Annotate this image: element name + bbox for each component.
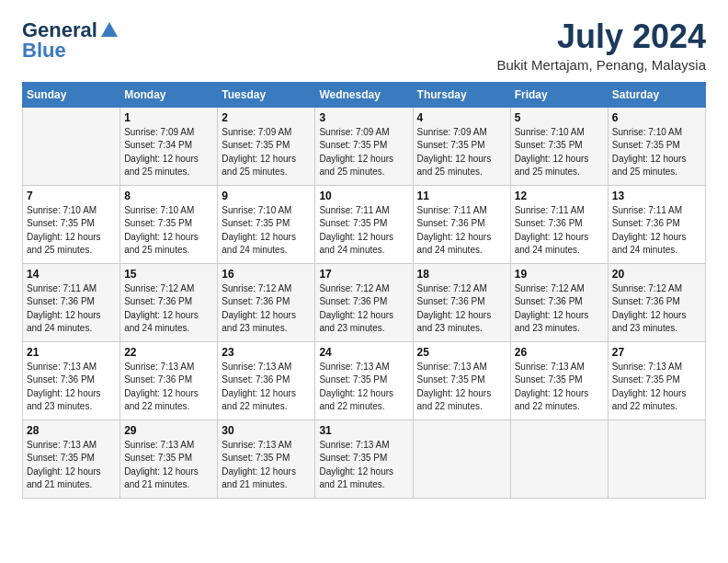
col-thursday: Thursday	[413, 82, 510, 107]
calendar-cell: 9 Sunrise: 7:10 AM Sunset: 7:35 PM Dayli…	[218, 185, 315, 263]
day-number: 8	[124, 190, 213, 202]
day-number: 28	[27, 424, 116, 437]
sunrise-text: Sunrise: 7:13 AM	[417, 362, 487, 372]
sunset-text: Sunset: 7:35 PM	[612, 374, 680, 385]
header-row: Sunday Monday Tuesday Wednesday Thursday…	[23, 82, 706, 107]
calendar-cell: 29 Sunrise: 7:13 AM Sunset: 7:35 PM Dayl…	[120, 419, 218, 498]
logo: General Blue	[22, 18, 119, 63]
cell-info: Sunrise: 7:10 AM Sunset: 7:35 PM Dayligh…	[612, 126, 701, 179]
calendar-week-row: 21 Sunrise: 7:13 AM Sunset: 7:36 PM Dayl…	[23, 341, 706, 419]
sunset-text: Sunset: 7:36 PM	[222, 374, 290, 385]
sunset-text: Sunset: 7:36 PM	[124, 296, 192, 306]
calendar-cell: 28 Sunrise: 7:13 AM Sunset: 7:35 PM Dayl…	[23, 419, 120, 498]
day-number: 19	[515, 268, 604, 281]
sunrise-text: Sunrise: 7:13 AM	[515, 362, 585, 372]
calendar-cell: 17 Sunrise: 7:12 AM Sunset: 7:36 PM Dayl…	[315, 263, 413, 341]
daylight-text: Daylight: 12 hours and 21 minutes.	[222, 466, 296, 490]
day-number: 10	[319, 190, 408, 202]
daylight-text: Daylight: 12 hours and 24 minutes.	[222, 232, 296, 256]
sunrise-text: Sunrise: 7:12 AM	[124, 283, 194, 293]
cell-info: Sunrise: 7:12 AM Sunset: 7:36 PM Dayligh…	[124, 282, 213, 336]
day-number: 2	[222, 111, 311, 124]
day-number: 4	[417, 111, 506, 124]
col-sunday: Sunday	[23, 82, 120, 107]
cell-info: Sunrise: 7:10 AM Sunset: 7:35 PM Dayligh…	[124, 204, 213, 258]
cell-info: Sunrise: 7:11 AM Sunset: 7:36 PM Dayligh…	[417, 204, 506, 258]
calendar-cell: 26 Sunrise: 7:13 AM Sunset: 7:35 PM Dayl…	[510, 341, 608, 419]
calendar-cell: 5 Sunrise: 7:10 AM Sunset: 7:35 PM Dayli…	[510, 107, 608, 185]
cell-info: Sunrise: 7:13 AM Sunset: 7:35 PM Dayligh…	[222, 439, 311, 492]
location-subtitle: Bukit Mertajam, Penang, Malaysia	[496, 57, 706, 73]
daylight-text: Daylight: 12 hours and 24 minutes.	[27, 310, 101, 334]
cell-info: Sunrise: 7:09 AM Sunset: 7:35 PM Dayligh…	[417, 126, 506, 179]
calendar-cell: 23 Sunrise: 7:13 AM Sunset: 7:36 PM Dayl…	[218, 341, 315, 419]
sunrise-text: Sunrise: 7:12 AM	[319, 283, 389, 293]
sunset-text: Sunset: 7:36 PM	[27, 374, 95, 385]
sunrise-text: Sunrise: 7:12 AM	[222, 283, 291, 293]
calendar-cell	[608, 419, 705, 498]
sunset-text: Sunset: 7:35 PM	[27, 218, 95, 228]
sunset-text: Sunset: 7:35 PM	[222, 218, 290, 228]
daylight-text: Daylight: 12 hours and 23 minutes.	[222, 310, 296, 334]
cell-info: Sunrise: 7:12 AM Sunset: 7:36 PM Dayligh…	[515, 282, 604, 336]
daylight-text: Daylight: 12 hours and 22 minutes.	[515, 388, 589, 412]
calendar-cell: 13 Sunrise: 7:11 AM Sunset: 7:36 PM Dayl…	[608, 185, 705, 263]
day-number: 6	[612, 111, 701, 124]
sunset-text: Sunset: 7:35 PM	[612, 140, 680, 150]
calendar-cell: 4 Sunrise: 7:09 AM Sunset: 7:35 PM Dayli…	[413, 107, 510, 185]
calendar-cell: 10 Sunrise: 7:11 AM Sunset: 7:35 PM Dayl…	[315, 185, 413, 263]
daylight-text: Daylight: 12 hours and 23 minutes.	[319, 310, 393, 334]
sunset-text: Sunset: 7:36 PM	[515, 218, 583, 228]
sunset-text: Sunset: 7:36 PM	[612, 218, 680, 228]
day-number: 3	[319, 111, 408, 124]
sunset-text: Sunset: 7:36 PM	[124, 374, 192, 385]
calendar-cell: 19 Sunrise: 7:12 AM Sunset: 7:36 PM Dayl…	[510, 263, 608, 341]
daylight-text: Daylight: 12 hours and 25 minutes.	[417, 154, 492, 178]
sunset-text: Sunset: 7:35 PM	[222, 453, 290, 463]
calendar-cell: 16 Sunrise: 7:12 AM Sunset: 7:36 PM Dayl…	[218, 263, 315, 341]
sunrise-text: Sunrise: 7:12 AM	[515, 283, 585, 293]
cell-info: Sunrise: 7:11 AM Sunset: 7:36 PM Dayligh…	[27, 282, 116, 336]
sunset-text: Sunset: 7:35 PM	[124, 453, 192, 463]
calendar-cell: 7 Sunrise: 7:10 AM Sunset: 7:35 PM Dayli…	[23, 185, 120, 263]
sunset-text: Sunset: 7:36 PM	[27, 296, 95, 306]
day-number: 24	[319, 346, 408, 359]
sunset-text: Sunset: 7:36 PM	[612, 296, 680, 306]
day-number: 30	[222, 424, 311, 437]
calendar-cell	[23, 107, 120, 185]
sunrise-text: Sunrise: 7:11 AM	[27, 283, 97, 293]
calendar-cell: 27 Sunrise: 7:13 AM Sunset: 7:35 PM Dayl…	[608, 341, 705, 419]
sunrise-text: Sunrise: 7:13 AM	[27, 440, 97, 450]
sunrise-text: Sunrise: 7:09 AM	[417, 127, 487, 137]
day-number: 25	[417, 346, 506, 359]
sunrise-text: Sunrise: 7:10 AM	[612, 127, 682, 137]
calendar-cell: 15 Sunrise: 7:12 AM Sunset: 7:36 PM Dayl…	[120, 263, 218, 341]
sunset-text: Sunset: 7:35 PM	[515, 140, 583, 150]
cell-info: Sunrise: 7:13 AM Sunset: 7:36 PM Dayligh…	[222, 361, 311, 414]
calendar-week-row: 14 Sunrise: 7:11 AM Sunset: 7:36 PM Dayl…	[23, 263, 706, 341]
daylight-text: Daylight: 12 hours and 24 minutes.	[124, 310, 199, 334]
sunset-text: Sunset: 7:36 PM	[417, 218, 485, 228]
sunrise-text: Sunrise: 7:09 AM	[124, 127, 194, 137]
day-number: 16	[222, 268, 311, 281]
cell-info: Sunrise: 7:13 AM Sunset: 7:35 PM Dayligh…	[27, 439, 116, 492]
header: General Blue July 2024 Bukit Mertajam, P…	[22, 18, 706, 73]
daylight-text: Daylight: 12 hours and 25 minutes.	[319, 154, 393, 178]
daylight-text: Daylight: 12 hours and 25 minutes.	[515, 154, 589, 178]
sunset-text: Sunset: 7:35 PM	[417, 140, 485, 150]
sunrise-text: Sunrise: 7:11 AM	[612, 205, 682, 215]
sunset-text: Sunset: 7:35 PM	[124, 218, 192, 228]
daylight-text: Daylight: 12 hours and 22 minutes.	[319, 388, 393, 412]
calendar-cell: 12 Sunrise: 7:11 AM Sunset: 7:36 PM Dayl…	[510, 185, 608, 263]
cell-info: Sunrise: 7:11 AM Sunset: 7:36 PM Dayligh…	[612, 204, 701, 258]
daylight-text: Daylight: 12 hours and 25 minutes.	[124, 154, 199, 178]
cell-info: Sunrise: 7:12 AM Sunset: 7:36 PM Dayligh…	[319, 282, 408, 336]
cell-info: Sunrise: 7:13 AM Sunset: 7:36 PM Dayligh…	[124, 361, 213, 414]
day-number: 15	[124, 268, 213, 281]
calendar-cell: 1 Sunrise: 7:09 AM Sunset: 7:34 PM Dayli…	[120, 107, 218, 185]
sunset-text: Sunset: 7:35 PM	[27, 453, 95, 463]
cell-info: Sunrise: 7:12 AM Sunset: 7:36 PM Dayligh…	[222, 282, 311, 336]
cell-info: Sunrise: 7:13 AM Sunset: 7:35 PM Dayligh…	[319, 439, 408, 492]
sunrise-text: Sunrise: 7:10 AM	[515, 127, 585, 137]
calendar-cell: 24 Sunrise: 7:13 AM Sunset: 7:35 PM Dayl…	[315, 341, 413, 419]
